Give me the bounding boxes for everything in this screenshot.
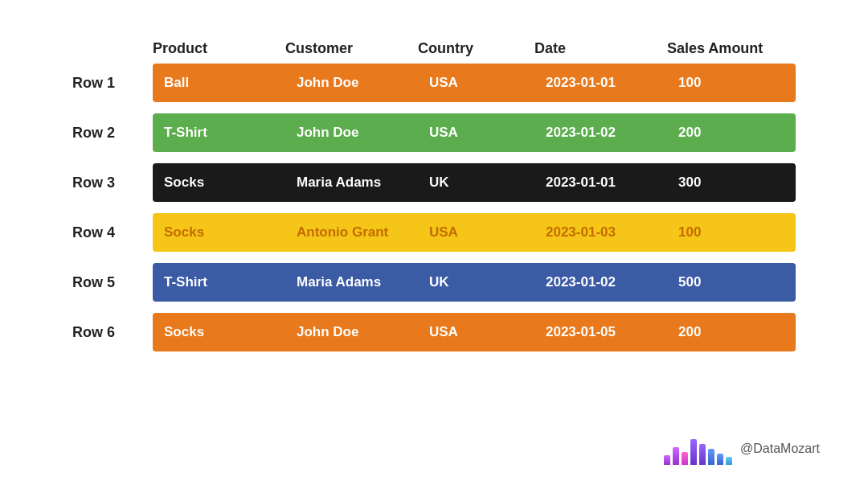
cell-date: 2023-01-02 [534,113,667,152]
header-sales: Sales Amount [667,40,796,57]
table-row: Row 5 T-Shirt Maria Adams UK 2023-01-02 … [72,263,796,302]
table-row: Row 6 Socks John Doe USA 2023-01-05 200 [72,313,796,351]
cell-customer: Maria Adams [285,263,418,302]
row-label: Row 5 [72,274,153,291]
cell-date: 2023-01-03 [534,213,667,252]
cell-country: USA [418,113,534,152]
row-label: Row 2 [72,125,153,142]
row-cells: Ball John Doe USA 2023-01-01 100 [153,64,796,102]
cell-product: Ball [153,64,285,102]
row-cells: Socks Maria Adams UK 2023-01-01 300 [153,163,796,202]
cell-date: 2023-01-01 [534,163,667,202]
table-row: Row 4 Socks Antonio Grant USA 2023-01-03… [72,213,796,252]
cell-customer: John Doe [285,313,418,351]
cell-product: T-Shirt [153,113,285,152]
row-cells: T-Shirt John Doe USA 2023-01-02 200 [153,113,796,152]
table-row: Row 1 Ball John Doe USA 2023-01-01 100 [72,64,796,102]
header-country: Country [418,40,534,57]
cell-sales: 200 [667,113,796,152]
row-cells: Socks John Doe USA 2023-01-05 200 [153,313,796,351]
table-header: Product Customer Country Date Sales Amou… [72,40,796,57]
row-label: Row 6 [72,324,153,341]
cell-country: USA [418,313,534,351]
cell-sales: 300 [667,163,796,202]
cell-country: USA [418,213,534,252]
row-label: Row 1 [72,75,153,92]
header-date: Date [534,40,667,57]
row-cells: T-Shirt Maria Adams UK 2023-01-02 500 [153,263,796,302]
cell-product: Socks [153,163,285,202]
cell-country: UK [418,163,534,202]
table-row: Row 2 T-Shirt John Doe USA 2023-01-02 20… [72,113,796,152]
header-product: Product [153,40,285,57]
cell-product: Socks [153,313,285,351]
data-table: Product Customer Country Date Sales Amou… [72,40,796,363]
cell-date: 2023-01-02 [534,263,667,302]
row-label: Row 3 [72,175,153,191]
cell-date: 2023-01-05 [534,313,667,351]
cell-country: USA [418,64,534,102]
cell-customer: Antonio Grant [285,213,418,252]
row-cells: Socks Antonio Grant USA 2023-01-03 100 [153,213,796,252]
cell-customer: Maria Adams [285,163,418,202]
cell-sales: 100 [667,64,796,102]
cell-country: UK [418,263,534,302]
cell-date: 2023-01-01 [534,64,667,102]
chart-icon [664,433,732,465]
table-body: Row 1 Ball John Doe USA 2023-01-01 100 R… [72,64,796,351]
cell-customer: John Doe [285,113,418,152]
table-row: Row 3 Socks Maria Adams UK 2023-01-01 30… [72,163,796,202]
cell-sales: 200 [667,313,796,351]
cell-sales: 100 [667,213,796,252]
cell-customer: John Doe [285,64,418,102]
branding-handle: @DataMozart [740,442,820,456]
cell-sales: 500 [667,263,796,302]
cell-product: T-Shirt [153,263,285,302]
branding: @DataMozart [664,433,820,465]
cell-product: Socks [153,213,285,252]
row-label: Row 4 [72,224,153,241]
header-customer: Customer [285,40,418,57]
